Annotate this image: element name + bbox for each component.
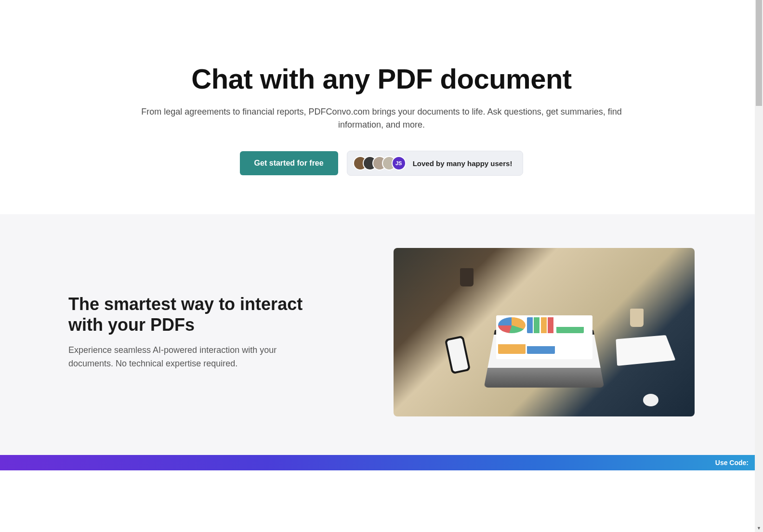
hero-section: Chat with any PDF document From legal ag… xyxy=(0,0,763,214)
coffee-cup-icon xyxy=(643,394,658,406)
promo-banner[interactable]: Use Code: xyxy=(0,455,763,470)
bar-chart-icon xyxy=(527,317,555,333)
get-started-button[interactable]: Get started for free xyxy=(240,151,338,175)
scroll-down-icon[interactable]: ▼ xyxy=(755,524,763,532)
avatar-stack: JS xyxy=(353,156,406,170)
hero-cta-row: Get started for free JS Loved by many ha… xyxy=(19,151,744,176)
feature-description: Experience seamless AI-powered interacti… xyxy=(68,344,295,371)
hero-title: Chat with any PDF document xyxy=(19,63,744,95)
avatar-icon: JS xyxy=(392,156,406,170)
social-proof-text: Loved by many happy users! xyxy=(413,159,513,168)
promo-code-label: Use Code: xyxy=(715,459,749,467)
feature-image xyxy=(394,248,695,416)
laptop-screen-icon xyxy=(496,315,592,359)
social-proof-badge: JS Loved by many happy users! xyxy=(347,151,524,176)
coffee-cup-icon xyxy=(460,268,474,286)
feature-row: The smartest way to interact with your P… xyxy=(68,248,695,416)
bar-chart-icon xyxy=(556,317,584,333)
feature-text-block: The smartest way to interact with your P… xyxy=(68,294,369,371)
bar-chart-icon xyxy=(498,338,526,354)
scrollbar-thumb[interactable] xyxy=(756,0,762,106)
feature-section: The smartest way to interact with your P… xyxy=(0,214,763,455)
phone-icon xyxy=(444,336,471,375)
hero-subtitle: From legal agreements to financial repor… xyxy=(136,105,627,131)
feature-title: The smartest way to interact with your P… xyxy=(68,294,309,335)
scrollbar[interactable]: ▲ ▼ xyxy=(755,0,763,532)
bar-chart-icon xyxy=(527,338,555,354)
meeting-illustration xyxy=(394,248,695,416)
coffee-cup-icon xyxy=(630,309,644,327)
pie-chart-icon xyxy=(498,317,526,333)
